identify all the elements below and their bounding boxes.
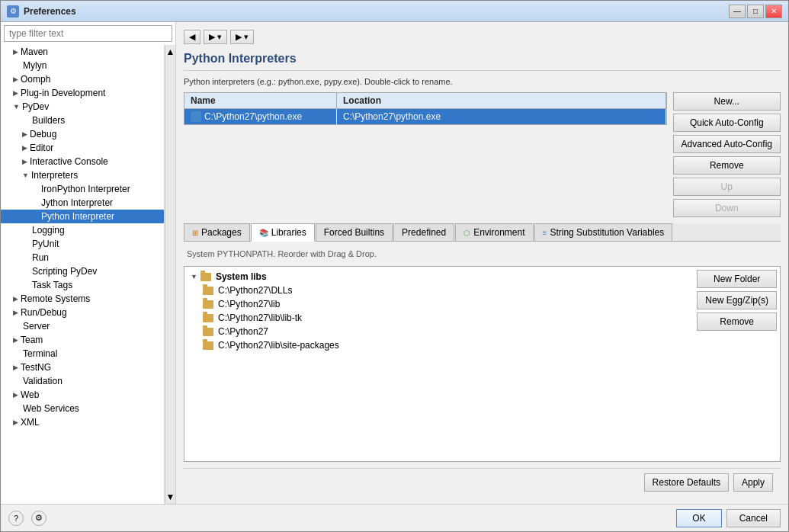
table-row[interactable]: C:\Python27\python.exe C:\Python27\pytho… [184, 109, 666, 124]
tree-item-python-interpreter[interactable]: Python Interpreter [1, 210, 164, 223]
tree-item-xml[interactable]: ▶XML [1, 415, 164, 429]
advanced-auto-config-button[interactable]: Advanced Auto-Config [673, 135, 781, 153]
path-tree-parent[interactable]: ▼ System libs [188, 270, 691, 284]
path-item[interactable]: C:\Python27\lib\site-packages [188, 338, 691, 352]
path-item[interactable]: C:\Python27\DLLs [188, 284, 691, 297]
system-path-label: System PYTHONPATH. Reorder with Drag & D… [184, 248, 781, 260]
tree-item-validation[interactable]: Validation [1, 374, 164, 388]
path-folder-icon [203, 287, 213, 295]
quick-auto-config-button[interactable]: Quick Auto-Config [673, 114, 781, 132]
nav-dropdown-button[interactable]: ▶ ▾ [230, 30, 254, 44]
window-title: Preferences [24, 6, 76, 17]
help-icon[interactable]: ? [8, 511, 24, 526]
minimize-button[interactable]: — [729, 5, 746, 18]
tree-item-label: Jython Interpreter [41, 197, 113, 208]
tree-item-oomph[interactable]: ▶Oomph [1, 72, 164, 86]
tab-environment[interactable]: ⬡Environment [455, 223, 533, 241]
tree-item-team[interactable]: ▶Team [1, 333, 164, 347]
tab-packages[interactable]: ⊞Packages [184, 223, 250, 241]
path-arrow: ▼ [191, 273, 197, 280]
path-item[interactable]: C:\Python27\lib [188, 297, 691, 311]
tree-arrow: ▶ [22, 158, 27, 165]
tree-item-remote-systems[interactable]: ▶Remote Systems [1, 292, 164, 306]
tree-scrollbar[interactable]: ▲ ▼ [165, 45, 175, 504]
new-button[interactable]: New... [673, 92, 781, 111]
ok-button[interactable]: OK [676, 509, 721, 527]
tab-label: Libraries [271, 227, 306, 238]
tree-item-terminal[interactable]: Terminal [1, 347, 164, 361]
tree-item-label: Python Interpreter [41, 211, 114, 222]
remove-interp-button[interactable]: Remove [673, 156, 781, 175]
tree-item-ironpython[interactable]: IronPython Interpreter [1, 182, 164, 196]
path-item[interactable]: C:\Python27 [188, 325, 691, 338]
tree-item-jython[interactable]: Jython Interpreter [1, 196, 164, 210]
tree-item-label: Validation [23, 376, 63, 386]
maximize-button[interactable]: □ [747, 5, 764, 18]
filter-input[interactable] [4, 25, 172, 42]
tree-item-web-services[interactable]: Web Services [1, 402, 164, 415]
tree-item-builders[interactable]: Builders [1, 114, 164, 127]
tab-string-substitution[interactable]: ≡String Substitution Variables [534, 223, 673, 241]
apply-button[interactable]: Apply [733, 473, 773, 492]
tree-item-maven[interactable]: ▶Maven [1, 45, 164, 59]
interpreter-table: Name Location C:\Python27\python.exe C:\… [184, 92, 667, 125]
remove-path-button[interactable]: Remove [697, 312, 777, 331]
cancel-button[interactable]: Cancel [726, 509, 781, 527]
scroll-down-icon[interactable]: ▼ [166, 492, 175, 502]
tree-item-debug[interactable]: ▶Debug [1, 127, 164, 141]
tree-arrow: ▼ [22, 171, 29, 179]
forward-button[interactable]: ▶ ▾ [204, 30, 227, 44]
tree-item-server[interactable]: Server [1, 319, 164, 333]
tree-item-label: Mylyn [23, 60, 47, 71]
page-subtitle: Python interpreters (e.g.: python.exe, p… [184, 77, 781, 86]
tab-forced-builtins[interactable]: Forced Builtins [316, 223, 393, 241]
path-buttons: New Folder New Egg/Zip(s) Remove [697, 270, 777, 458]
settings-icon[interactable]: ⚙ [31, 511, 47, 526]
window-icon: ⚙ [7, 5, 19, 18]
tree-item-logging[interactable]: Logging [1, 223, 164, 237]
tree-item-scripting[interactable]: Scripting PyDev [1, 264, 164, 278]
tab-libraries[interactable]: 📚Libraries [251, 223, 315, 242]
tree-item-pyunit[interactable]: PyUnit [1, 237, 164, 251]
close-button[interactable]: ✕ [765, 5, 782, 18]
interpreter-section: Name Location C:\Python27\python.exe C:\… [184, 92, 781, 217]
up-button[interactable]: Up [673, 178, 781, 196]
tree-item-mylyn[interactable]: Mylyn [1, 59, 164, 72]
main-content: ▶MavenMylyn▶Oomph▶Plug-in Development▼Py… [1, 22, 788, 504]
tree-arrow: ▶ [22, 144, 27, 152]
title-bar-left: ⚙ Preferences [7, 5, 76, 18]
tree-item-plugin-dev[interactable]: ▶Plug-in Development [1, 86, 164, 100]
system-libs-folder-icon [200, 273, 211, 281]
tree-item-label: IronPython Interpreter [41, 184, 130, 194]
tree-item-label: Web [21, 389, 39, 400]
tree-item-web[interactable]: ▶Web [1, 388, 164, 402]
interpreter-table-section: Name Location C:\Python27\python.exe C:\… [184, 92, 667, 217]
restore-defaults-button[interactable]: Restore Defaults [644, 473, 729, 492]
window-controls: — □ ✕ [729, 5, 782, 18]
tree-item-label: Debug [30, 129, 56, 139]
packages-icon: ⊞ [192, 229, 198, 237]
tree-item-task-tags[interactable]: Task Tags [1, 278, 164, 292]
tree-item-run[interactable]: Run [1, 251, 164, 264]
interp-name-cell[interactable]: C:\Python27\python.exe [184, 109, 337, 124]
tree-arrow: ▼ [13, 103, 20, 111]
scroll-up-icon[interactable]: ▲ [166, 46, 175, 57]
tab-predefined[interactable]: Predefined [393, 223, 454, 241]
tree-item-run-debug[interactable]: ▶Run/Debug [1, 306, 164, 319]
back-button[interactable]: ◀ [184, 30, 200, 44]
tree-item-interactive-console[interactable]: ▶Interactive Console [1, 155, 164, 168]
tree-item-editor[interactable]: ▶Editor [1, 141, 164, 155]
tree-item-testng[interactable]: ▶TestNG [1, 361, 164, 374]
table-header: Name Location [184, 93, 666, 109]
tree-item-pydev[interactable]: ▼PyDev [1, 100, 164, 114]
new-folder-button[interactable]: New Folder [697, 270, 777, 288]
action-buttons: Restore Defaults Apply [184, 468, 781, 496]
new-egg-zip-button[interactable]: New Egg/Zip(s) [697, 291, 777, 309]
tree-item-label: TestNG [21, 362, 51, 373]
libraries-icon: 📚 [259, 229, 268, 237]
tree-item-label: Server [23, 321, 50, 332]
path-item[interactable]: C:\Python27\lib\lib-tk [188, 311, 691, 325]
down-button[interactable]: Down [673, 199, 781, 217]
tree-arrow: ▶ [22, 130, 27, 138]
tree-item-interpreters[interactable]: ▼Interpreters [1, 168, 164, 182]
